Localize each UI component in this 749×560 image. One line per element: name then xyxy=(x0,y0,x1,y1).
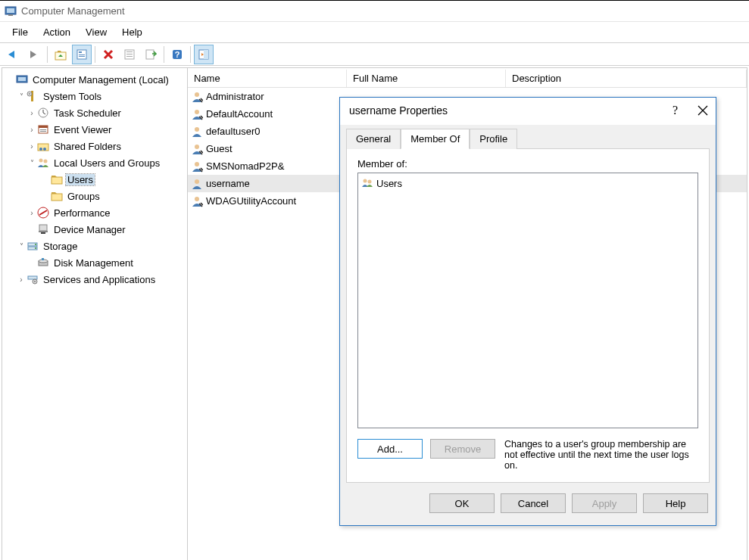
dialog-titlebar[interactable]: username Properties ? xyxy=(340,98,716,125)
svg-rect-25 xyxy=(40,129,46,130)
delete-button[interactable] xyxy=(98,45,118,64)
svg-point-31 xyxy=(44,160,48,163)
svg-point-55 xyxy=(364,179,367,183)
menubar: File Action View Help xyxy=(0,22,749,43)
tab-general[interactable]: General xyxy=(346,129,401,149)
tree-local-users[interactable]: ˅Local Users and Groups xyxy=(4,154,186,171)
tab-profile[interactable]: Profile xyxy=(470,129,517,149)
dialog-help-icon[interactable]: ? xyxy=(673,104,678,117)
svg-point-40 xyxy=(35,244,36,245)
svg-rect-1 xyxy=(7,8,14,13)
tree-device-manager[interactable]: Device Manager xyxy=(4,221,186,238)
user-name: WDAGUtilityAccount xyxy=(206,195,296,207)
user-name: username xyxy=(206,178,250,189)
dialog-help-button[interactable]: Help xyxy=(643,493,708,513)
svg-rect-26 xyxy=(40,131,46,132)
tree-disk-management[interactable]: Disk Management xyxy=(4,254,186,271)
tree-event-viewer[interactable]: ›Event Viewer xyxy=(4,121,186,138)
menu-action[interactable]: Action xyxy=(36,24,78,40)
svg-rect-16 xyxy=(204,50,208,59)
svg-point-30 xyxy=(39,159,43,163)
list-header: Name Full Name Description xyxy=(188,68,747,88)
dialog-title: username Properties xyxy=(349,104,448,117)
group-item[interactable]: Users xyxy=(361,176,694,191)
toolbar-separator xyxy=(95,46,95,63)
properties-button[interactable] xyxy=(72,45,92,64)
svg-rect-12 xyxy=(146,50,154,59)
svg-point-56 xyxy=(368,180,372,184)
back-button[interactable] xyxy=(3,45,23,64)
group-icon xyxy=(361,177,373,189)
tree-system-tools[interactable]: ˅System Tools xyxy=(4,88,186,104)
tree-services-apps[interactable]: ›Services and Applications xyxy=(4,271,186,288)
cancel-button[interactable]: Cancel xyxy=(501,493,566,513)
tree-performance[interactable]: ›Performance xyxy=(4,204,186,221)
close-icon[interactable] xyxy=(698,105,708,116)
svg-point-47 xyxy=(34,281,36,282)
col-name[interactable]: Name xyxy=(188,70,347,87)
svg-rect-9 xyxy=(126,51,133,52)
tree-shared-folders[interactable]: ›Shared Folders xyxy=(4,138,186,154)
member-of-label: Member of: xyxy=(357,158,698,170)
toolbar: ? xyxy=(0,43,749,66)
menu-help[interactable]: Help xyxy=(114,24,150,40)
menu-file[interactable]: File xyxy=(5,24,36,40)
svg-point-53 xyxy=(195,179,199,184)
svg-point-51 xyxy=(195,145,199,149)
svg-point-54 xyxy=(195,197,199,201)
toolbar-separator xyxy=(164,46,164,63)
svg-point-48 xyxy=(195,92,199,97)
user-name: Guest xyxy=(206,143,233,154)
action-pane-button[interactable] xyxy=(194,45,214,64)
svg-point-49 xyxy=(195,110,199,114)
refresh-button[interactable] xyxy=(120,45,139,64)
export-button[interactable] xyxy=(141,45,161,64)
window-title: Computer Management xyxy=(21,5,125,17)
col-fullname[interactable]: Full Name xyxy=(347,70,506,87)
help-button[interactable]: ? xyxy=(167,45,187,64)
tree-root[interactable]: Computer Management (Local) xyxy=(4,71,186,88)
forward-button[interactable] xyxy=(24,45,44,64)
member-of-list[interactable]: Users xyxy=(357,173,698,428)
group-name: Users xyxy=(376,178,402,189)
user-name: defaultuser0 xyxy=(206,126,261,137)
titlebar: Computer Management xyxy=(0,1,749,22)
main-area: Computer Management (Local) ˅System Tool… xyxy=(2,67,747,560)
svg-point-50 xyxy=(195,127,199,132)
svg-rect-7 xyxy=(79,56,85,57)
tree-pane[interactable]: Computer Management (Local) ˅System Tool… xyxy=(2,68,188,560)
up-button[interactable] xyxy=(51,45,70,64)
svg-rect-33 xyxy=(51,194,62,201)
user-name: DefaultAccount xyxy=(206,108,273,120)
svg-rect-44 xyxy=(42,258,44,260)
remove-button[interactable]: Remove xyxy=(430,439,495,459)
col-description[interactable]: Description xyxy=(506,70,747,87)
svg-point-41 xyxy=(35,247,36,249)
app-icon xyxy=(5,5,17,17)
svg-rect-36 xyxy=(41,232,45,234)
toolbar-separator xyxy=(47,46,48,63)
user-name: SMSNomadP2P& xyxy=(206,160,284,172)
ok-button[interactable]: OK xyxy=(429,493,495,513)
svg-text:?: ? xyxy=(175,50,180,59)
dialog-tabs: General Member Of Profile xyxy=(340,125,716,148)
tree-users[interactable]: Users xyxy=(4,171,186,188)
svg-rect-27 xyxy=(38,144,48,151)
svg-rect-45 xyxy=(28,276,37,279)
tab-member-of[interactable]: Member Of xyxy=(401,129,470,149)
apply-button[interactable]: Apply xyxy=(572,493,637,513)
svg-rect-35 xyxy=(39,225,47,231)
svg-point-52 xyxy=(195,162,199,166)
menu-view[interactable]: View xyxy=(78,24,114,40)
tree-groups[interactable]: Groups xyxy=(4,188,186,204)
add-button[interactable]: Add... xyxy=(357,439,423,459)
tab-body: Member of: Users Add... Remove Changes t… xyxy=(346,148,710,483)
svg-point-29 xyxy=(43,148,46,151)
tree-storage[interactable]: ˅Storage xyxy=(4,238,186,254)
dialog-buttons: OK Cancel Apply Help xyxy=(340,489,716,521)
svg-rect-24 xyxy=(39,126,48,128)
svg-rect-6 xyxy=(79,54,85,55)
svg-rect-11 xyxy=(126,56,133,57)
svg-rect-5 xyxy=(79,51,82,53)
tree-task-scheduler[interactable]: ›Task Scheduler xyxy=(4,104,186,121)
